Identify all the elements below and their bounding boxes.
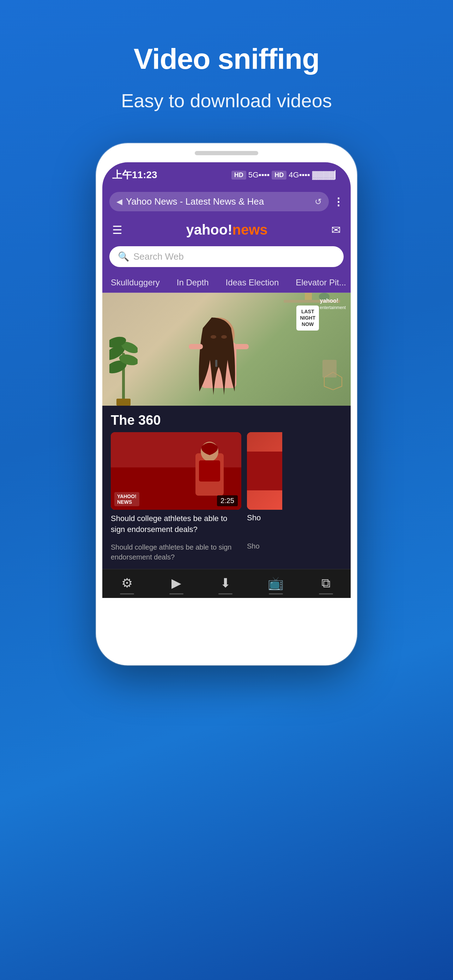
svg-rect-19 bbox=[199, 460, 220, 482]
hd-badge-2: HD bbox=[272, 171, 286, 180]
phone-notch bbox=[195, 151, 258, 155]
page-subtitle: Easy to download videos bbox=[121, 90, 332, 111]
phone-body: 上午11:23 HD 5G▪▪▪▪ HD 4G▪▪▪▪ ▓▓▓▓▏ ◀ Yaho… bbox=[96, 143, 357, 665]
tab-elevator[interactable]: Elevator Pit... bbox=[287, 273, 351, 293]
url-bar: ◀ Yahoo News - Latest News & Hea ↺ ⋮ bbox=[102, 188, 351, 217]
search-icon: 🔍 bbox=[118, 251, 129, 262]
card-subtitles: Should college athletes be able to sign … bbox=[102, 542, 351, 569]
video-card-title: Should college athletes be able to sign … bbox=[111, 513, 241, 535]
status-bar: 上午11:23 HD 5G▪▪▪▪ HD 4G▪▪▪▪ ▓▓▓▓▏ bbox=[102, 162, 351, 188]
video-duration: 2:25 bbox=[217, 495, 238, 506]
reload-icon[interactable]: ↺ bbox=[315, 197, 322, 207]
svg-rect-13 bbox=[235, 344, 249, 349]
svg-rect-12 bbox=[189, 344, 203, 349]
yahoo-news-header: ☰ yahoo!news ✉ bbox=[102, 217, 351, 243]
toolbar-indicator-5 bbox=[319, 593, 333, 594]
network-5g: 5G▪▪▪▪ bbox=[248, 170, 270, 180]
url-text: Yahoo News - Latest News & Hea bbox=[126, 196, 311, 207]
svg-point-10 bbox=[221, 335, 227, 339]
status-icons: HD 5G▪▪▪▪ HD 4G▪▪▪▪ ▓▓▓▓▏ bbox=[231, 170, 341, 180]
plant-svg bbox=[110, 325, 138, 406]
play-icon: ▶ bbox=[172, 576, 181, 590]
search-bar-container: 🔍 Search Web bbox=[102, 243, 351, 273]
battery-icon: ▓▓▓▓▏ bbox=[312, 170, 341, 180]
svg-rect-20 bbox=[247, 452, 282, 490]
network-4g: 4G▪▪▪▪ bbox=[289, 170, 310, 180]
status-time: 上午11:23 bbox=[112, 168, 157, 182]
copy-icon: ⧉ bbox=[321, 576, 331, 590]
url-input[interactable]: ◀ Yahoo News - Latest News & Hea ↺ bbox=[110, 192, 329, 211]
cast-icon: 📺 bbox=[268, 576, 284, 590]
subtitle-2: Sho bbox=[247, 542, 282, 562]
svg-rect-6 bbox=[116, 399, 130, 406]
last-night-now-sign: LASTNIGHTNOW bbox=[296, 305, 319, 331]
person-figure bbox=[180, 303, 257, 406]
toolbar-cast[interactable]: 📺 bbox=[268, 576, 284, 594]
page-title: Video sniffing bbox=[134, 42, 319, 75]
settings-icon: ⚙ bbox=[121, 576, 133, 590]
decor-item bbox=[305, 293, 312, 300]
partial-card-title: Sho bbox=[247, 513, 282, 522]
toolbar-settings[interactable]: ⚙ bbox=[120, 576, 134, 594]
hamburger-menu-icon[interactable]: ☰ bbox=[112, 223, 122, 237]
tab-in-depth[interactable]: In Depth bbox=[168, 273, 217, 293]
video-cards-row: SHOULD COLLEGE ATHLETES BE ABLE TO SIGN … bbox=[102, 432, 351, 542]
content-area: The 360 bbox=[102, 406, 351, 569]
video-card-2-partial: Sho bbox=[247, 432, 282, 535]
mail-icon[interactable]: ✉ bbox=[331, 223, 341, 237]
nav-icon: ◀ bbox=[116, 197, 122, 206]
download-icon: ⬇ bbox=[220, 576, 231, 590]
phone-screen: 上午11:23 HD 5G▪▪▪▪ HD 4G▪▪▪▪ ▓▓▓▓▏ ◀ Yaho… bbox=[102, 162, 351, 659]
svg-point-9 bbox=[211, 335, 216, 339]
toolbar-indicator-4 bbox=[269, 593, 283, 594]
search-input[interactable]: 🔍 Search Web bbox=[110, 246, 343, 267]
tab-skullduggery[interactable]: Skullduggery bbox=[102, 273, 168, 293]
svg-rect-11 bbox=[215, 360, 217, 367]
tab-ideas-election[interactable]: Ideas Election bbox=[217, 273, 287, 293]
yahoo-entertainment-badge: yahoo! entertainment bbox=[320, 298, 346, 310]
vase-item bbox=[323, 360, 337, 377]
toolbar-play[interactable]: ▶ bbox=[169, 576, 183, 594]
yahoo-news-badge: YAHOO!NEWS bbox=[114, 492, 139, 506]
hero-video[interactable]: LASTNIGHTNOW yahoo! entertainment bbox=[102, 293, 351, 406]
video-thumb-1: SHOULD COLLEGE ATHLETES BE ABLE TO SIGN … bbox=[111, 432, 241, 510]
toolbar-indicator-2 bbox=[169, 593, 183, 594]
yahoo-logo: yahoo!news bbox=[186, 222, 267, 238]
nav-tabs: Skullduggery In Depth Ideas Election Ele… bbox=[102, 273, 351, 293]
toolbar-download[interactable]: ⬇ bbox=[218, 576, 232, 594]
phone-mockup: 上午11:23 HD 5G▪▪▪▪ HD 4G▪▪▪▪ ▓▓▓▓▏ ◀ Yaho… bbox=[96, 143, 357, 665]
video-thumb-partial bbox=[247, 432, 282, 510]
more-menu-icon[interactable]: ⋮ bbox=[333, 196, 343, 208]
subtitle-1: Should college athletes be able to sign … bbox=[111, 542, 241, 562]
bottom-toolbar: ⚙ ▶ ⬇ 📺 ⧉ bbox=[102, 569, 351, 598]
search-placeholder: Search Web bbox=[134, 251, 184, 262]
video-card-1[interactable]: SHOULD COLLEGE ATHLETES BE ABLE TO SIGN … bbox=[111, 432, 241, 535]
hd-badge-1: HD bbox=[231, 171, 246, 180]
toolbar-indicator-3 bbox=[218, 593, 232, 594]
section-title: The 360 bbox=[102, 406, 351, 432]
toolbar-indicator-1 bbox=[120, 593, 134, 594]
toolbar-copy[interactable]: ⧉ bbox=[319, 576, 333, 594]
